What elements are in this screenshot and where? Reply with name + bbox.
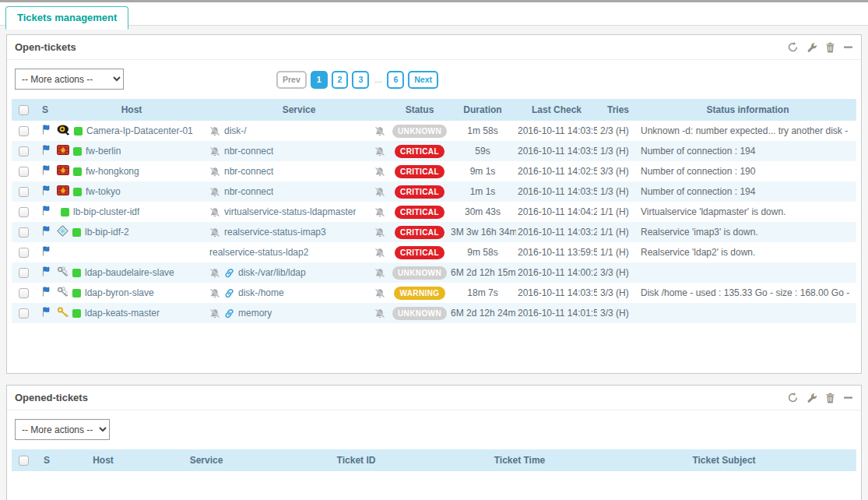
- panel-actions: [787, 392, 853, 403]
- host-name[interactable]: lb-bip-cluster-idf: [73, 206, 139, 217]
- host-name[interactable]: Camera-Ip-Datacenter-01: [86, 125, 193, 136]
- service-name[interactable]: disk-/: [224, 125, 247, 136]
- service-name[interactable]: realservice-status-imap3: [224, 227, 326, 238]
- host-name[interactable]: ldap-keats-master: [85, 308, 160, 319]
- row-checkbox[interactable]: [19, 248, 29, 258]
- status-badge: CRITICAL: [395, 226, 445, 239]
- collapse-icon[interactable]: [843, 393, 853, 403]
- last-check-cell: 2016-10-11 14:00:23: [516, 262, 597, 283]
- open-tickets-empty-space: [7, 323, 861, 373]
- host-status-indicator: [72, 269, 81, 277]
- pagination-prev-button[interactable]: Prev: [276, 71, 307, 89]
- table-header-row: S Host Service Status Duration Last Chec…: [12, 99, 856, 121]
- service-bell-muted-icon: [374, 167, 388, 177]
- service-bell-muted-icon: [374, 207, 388, 217]
- row-checkbox[interactable]: [19, 207, 29, 217]
- service-name[interactable]: nbr-connect: [224, 146, 273, 157]
- service-bell-muted-icon: [374, 146, 388, 157]
- firewall-icon: [57, 165, 69, 175]
- tab-tickets-management[interactable]: Tickets management: [5, 6, 128, 30]
- collapse-icon[interactable]: [843, 42, 853, 52]
- host-name[interactable]: lb-bip-idf-2: [85, 227, 129, 238]
- host-name[interactable]: fw-hongkong: [86, 166, 139, 177]
- table-row: lb-bip-idf-2 realservice-status-imap3 CR…: [12, 222, 856, 242]
- service-name[interactable]: nbr-connect: [224, 166, 273, 177]
- refresh-icon[interactable]: [787, 41, 799, 53]
- more-actions-select[interactable]: -- More actions --: [15, 419, 110, 440]
- flag-icon: [41, 307, 50, 317]
- row-checkbox[interactable]: [19, 227, 29, 238]
- status-badge: CRITICAL: [395, 206, 445, 219]
- pagination-page-2[interactable]: 2: [332, 71, 349, 89]
- status-badge: UNKNOWN: [392, 266, 447, 280]
- open-tickets-panel-header: Open-tickets: [7, 35, 861, 60]
- table-row: ldap-byron-slave disk-/home WARNING 18m …: [12, 283, 856, 303]
- column-header-s: S: [35, 449, 58, 471]
- status-badge: CRITICAL: [395, 246, 445, 259]
- flag-icon: [41, 246, 50, 256]
- pagination-page-1[interactable]: 1: [311, 71, 328, 89]
- loadbalancer-icon: [57, 225, 69, 237]
- status-information-cell: Disk /home - used : 135.33 Go - size : 1…: [639, 283, 856, 303]
- service-bell-muted-icon: [374, 308, 388, 319]
- pagination-page-3[interactable]: 3: [352, 71, 369, 89]
- duration-cell: 30m 43s: [449, 202, 516, 222]
- refresh-icon[interactable]: [787, 392, 799, 403]
- host-bell-muted-icon: [209, 126, 220, 136]
- last-check-cell: 2016-10-11 14:03:24: [516, 222, 597, 242]
- service-name[interactable]: realservice-status-ldap2: [209, 247, 308, 258]
- row-checkbox[interactable]: [19, 146, 29, 157]
- status-information-cell: Number of connection : 194: [639, 181, 856, 202]
- host-name[interactable]: fw-tokyo: [86, 186, 121, 197]
- status-information-cell: [639, 303, 856, 323]
- service-name[interactable]: disk-/var/lib/ldap: [238, 267, 306, 278]
- column-header-ticket-id: Ticket ID: [265, 449, 448, 471]
- host-name[interactable]: ldap-byron-slave: [85, 287, 154, 298]
- wrench-icon[interactable]: [807, 393, 817, 403]
- row-checkbox[interactable]: [19, 288, 29, 298]
- table-header-row: S Host Service Ticket ID Ticket Time Tic…: [12, 449, 856, 471]
- firewall-icon: [57, 145, 69, 155]
- tries-cell: 3/3 (H): [597, 303, 639, 323]
- row-checkbox[interactable]: [19, 187, 29, 197]
- status-information-cell: Realservice 'ldap2' is down.: [639, 242, 856, 262]
- status-information-cell: Unknown -d: number expected... try anoth…: [639, 121, 856, 141]
- tries-cell: 2/3 (H): [597, 121, 639, 141]
- host-name[interactable]: fw-berlin: [86, 146, 121, 157]
- flag-icon: [41, 266, 50, 276]
- open-tickets-table: S Host Service Status Duration Last Chec…: [12, 99, 856, 323]
- opened-tickets-panel: Opened-tickets -- More actions -- S Host…: [6, 385, 862, 500]
- trash-icon[interactable]: [825, 42, 835, 53]
- open-tickets-rows: Camera-Ip-Datacenter-01 disk-/ UNKNOWN 1…: [12, 121, 856, 323]
- last-check-cell: 2016-10-11 14:03:55: [516, 181, 597, 202]
- select-all-checkbox[interactable]: [19, 105, 29, 115]
- row-checkbox[interactable]: [19, 167, 29, 177]
- column-header-ticket-time: Ticket Time: [448, 449, 592, 471]
- host-name[interactable]: ldap-baudelaire-slave: [85, 267, 174, 278]
- pagination-next-button[interactable]: Next: [408, 71, 438, 89]
- service-name[interactable]: nbr-connect: [224, 186, 273, 197]
- table-row: Camera-Ip-Datacenter-01 disk-/ UNKNOWN 1…: [12, 121, 856, 141]
- select-all-checkbox[interactable]: [19, 456, 29, 466]
- wrench-icon[interactable]: [807, 42, 817, 53]
- pagination-page-6[interactable]: 6: [387, 71, 404, 89]
- service-name[interactable]: disk-/home: [238, 287, 284, 298]
- trash-icon[interactable]: [825, 393, 835, 403]
- service-name[interactable]: virtualservice-status-ldapmaster: [224, 206, 356, 217]
- status-badge: UNKNOWN: [392, 307, 447, 320]
- column-header-service: Service: [148, 449, 265, 471]
- link-icon[interactable]: [224, 308, 234, 319]
- row-checkbox[interactable]: [19, 126, 29, 136]
- link-icon[interactable]: [224, 288, 234, 298]
- more-actions-select[interactable]: -- More actions --: [15, 69, 124, 90]
- duration-cell: 6M 2d 12h 24m 38s: [449, 303, 516, 323]
- status-badge: CRITICAL: [395, 185, 445, 199]
- service-bell-muted-icon: [374, 288, 388, 298]
- firewall-icon: [57, 185, 69, 195]
- row-checkbox[interactable]: [19, 308, 29, 319]
- status-badge: UNKNOWN: [392, 125, 447, 138]
- link-icon[interactable]: [224, 268, 234, 278]
- row-checkbox[interactable]: [19, 268, 29, 278]
- duration-cell: 3M 3w 16h 34m 8s: [449, 222, 516, 242]
- service-name[interactable]: memory: [238, 308, 272, 319]
